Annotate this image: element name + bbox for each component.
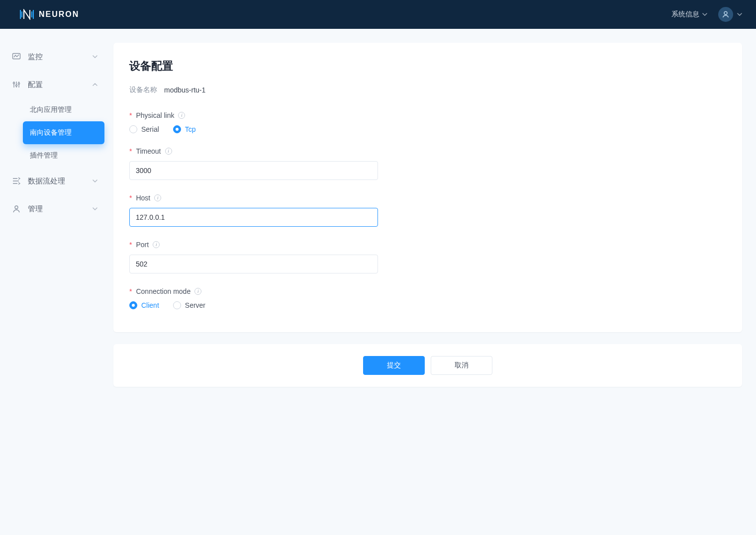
- radio-label: Server: [185, 301, 205, 309]
- monitor-icon: [12, 52, 21, 61]
- field-host: * Host i: [129, 194, 378, 227]
- form-label: * Port i: [129, 241, 378, 249]
- form-label: * Connection mode i: [129, 287, 378, 295]
- required-mark: *: [129, 147, 132, 155]
- radio-label: Serial: [141, 125, 159, 133]
- avatar: [718, 7, 733, 22]
- sidebar-submenu-config: 北向应用管理 南向设备管理 插件管理: [5, 98, 104, 167]
- device-name-row: 设备名称 modbus-rtu-1: [129, 86, 726, 94]
- submit-button[interactable]: 提交: [363, 356, 425, 375]
- label-text: Port: [136, 241, 149, 249]
- sidebar-item-label: 监控: [28, 52, 86, 62]
- dataflow-icon: [12, 177, 21, 185]
- form-label: * Timeout i: [129, 147, 378, 155]
- radio-label: Client: [141, 301, 159, 309]
- form-label: * Host i: [129, 194, 378, 202]
- label-text: Connection mode: [136, 287, 190, 295]
- sidebar-item-label: 数据流处理: [28, 177, 86, 186]
- cancel-button[interactable]: 取消: [431, 356, 492, 375]
- brand[interactable]: NEURON: [20, 9, 79, 20]
- required-mark: *: [129, 241, 132, 249]
- actions-card: 提交 取消: [113, 344, 742, 387]
- port-input[interactable]: [129, 255, 378, 273]
- radio-indicator: [129, 301, 137, 309]
- page-title: 设备配置: [129, 59, 726, 74]
- svg-point-2: [13, 82, 14, 84]
- radio-indicator: [173, 301, 181, 309]
- radio-label: Tcp: [185, 125, 196, 133]
- field-timeout: * Timeout i: [129, 147, 378, 180]
- field-connection-mode: * Connection mode i Client Server: [129, 287, 378, 309]
- field-physical-link: * Physical link i Serial Tcp: [129, 111, 378, 133]
- radio-tcp[interactable]: Tcp: [173, 125, 196, 133]
- sidebar-item-config[interactable]: 配置: [5, 71, 104, 98]
- sidebar-item-label: 北向应用管理: [30, 105, 72, 114]
- device-name-label: 设备名称: [129, 86, 157, 94]
- chevron-down-icon: [737, 12, 742, 17]
- sidebar-item-plugins[interactable]: 插件管理: [23, 144, 104, 167]
- required-mark: *: [129, 287, 132, 295]
- chevron-up-icon: [93, 82, 97, 87]
- field-port: * Port i: [129, 241, 378, 273]
- user-icon: [722, 10, 730, 18]
- timeout-input[interactable]: [129, 161, 378, 180]
- svg-point-5: [15, 206, 18, 209]
- sidebar-item-label: 南向设备管理: [30, 128, 72, 137]
- sidebar-item-dataflow[interactable]: 数据流处理: [5, 167, 104, 195]
- chevron-down-icon: [93, 178, 97, 183]
- config-icon: [12, 80, 21, 89]
- info-icon[interactable]: i: [194, 288, 201, 295]
- user-menu[interactable]: [718, 7, 742, 22]
- label-text: Physical link: [136, 111, 174, 119]
- app-header: NEURON 系统信息: [0, 0, 756, 29]
- radio-server[interactable]: Server: [173, 301, 205, 309]
- required-mark: *: [129, 111, 132, 119]
- sidebar-item-label: 插件管理: [30, 151, 58, 160]
- device-config-card: 设备配置 设备名称 modbus-rtu-1 * Physical link i…: [113, 43, 742, 332]
- device-name-value: modbus-rtu-1: [164, 86, 205, 94]
- required-mark: *: [129, 194, 132, 202]
- sidebar-item-label: 管理: [28, 204, 86, 214]
- sidebar-item-northbound[interactable]: 北向应用管理: [23, 98, 104, 121]
- label-text: Host: [136, 194, 150, 202]
- info-icon[interactable]: i: [153, 241, 160, 248]
- main-content: 设备配置 设备名称 modbus-rtu-1 * Physical link i…: [109, 29, 756, 535]
- radio-indicator: [173, 125, 181, 133]
- svg-point-3: [15, 85, 17, 86]
- info-icon[interactable]: i: [165, 148, 172, 155]
- svg-point-0: [724, 11, 727, 14]
- sidebar-item-monitor[interactable]: 监控: [5, 43, 104, 71]
- app-shell: 监控 配置 北向应用管理 南: [0, 29, 756, 535]
- radio-client[interactable]: Client: [129, 301, 159, 309]
- radio-group-physical-link: Serial Tcp: [129, 125, 378, 133]
- system-info-dropdown[interactable]: 系统信息: [671, 10, 707, 19]
- brand-text: NEURON: [39, 10, 79, 19]
- radio-group-connection-mode: Client Server: [129, 301, 378, 309]
- sidebar-item-label: 配置: [28, 80, 86, 89]
- admin-icon: [12, 204, 21, 213]
- chevron-down-icon: [93, 206, 97, 211]
- label-text: Timeout: [136, 147, 161, 155]
- logo-icon: [20, 9, 34, 20]
- header-right: 系统信息: [671, 7, 742, 22]
- host-input[interactable]: [129, 208, 378, 227]
- sidebar-item-southbound[interactable]: 南向设备管理: [23, 121, 104, 144]
- chevron-down-icon: [93, 54, 97, 59]
- sidebar-item-admin[interactable]: 管理: [5, 195, 104, 223]
- system-info-label: 系统信息: [671, 10, 699, 19]
- info-icon[interactable]: i: [154, 194, 161, 201]
- chevron-down-icon: [702, 12, 707, 17]
- sidebar: 监控 配置 北向应用管理 南: [0, 29, 109, 535]
- radio-indicator: [129, 125, 137, 133]
- radio-serial[interactable]: Serial: [129, 125, 159, 133]
- info-icon[interactable]: i: [178, 112, 185, 119]
- form-label: * Physical link i: [129, 111, 378, 119]
- svg-point-4: [18, 83, 19, 84]
